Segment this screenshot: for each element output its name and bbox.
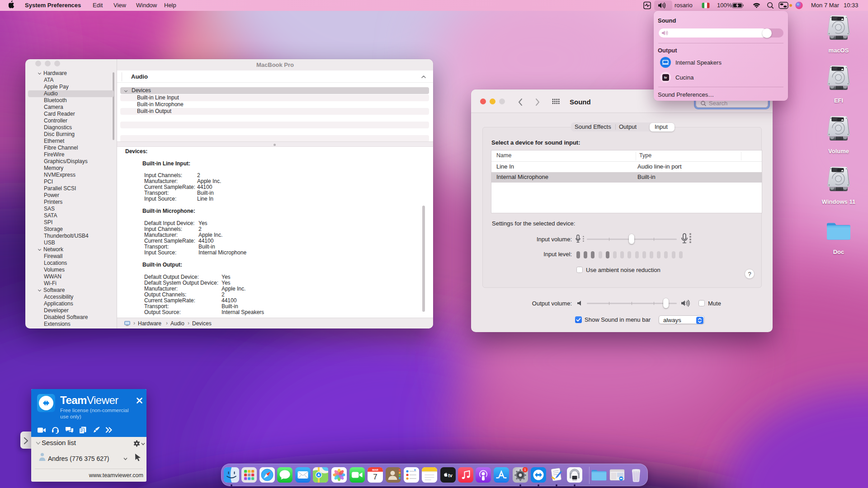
- svg-text:7: 7: [373, 473, 377, 481]
- svg-text:tv: tv: [448, 473, 452, 478]
- svg-text:MAR: MAR: [372, 469, 378, 471]
- svg-text:1: 1: [524, 468, 526, 472]
